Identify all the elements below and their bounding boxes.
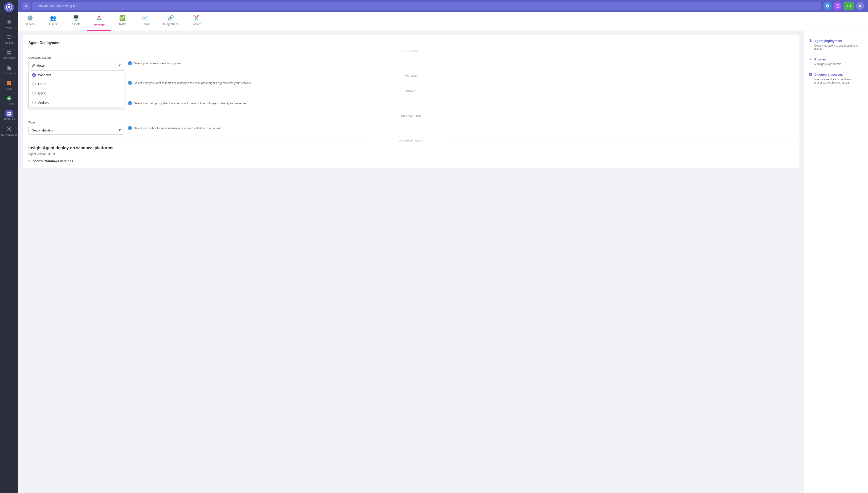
tab-assets[interactable]: 🖥️ Assets — [64, 12, 87, 30]
os-select[interactable]: Windows Linux OS X Android — [28, 61, 124, 70]
sidebar-item-settings[interactable]: SETTINGS — [0, 108, 18, 123]
settings-icon — [5, 110, 13, 117]
agent-deployment-card: Agent Deployment GENERAL Operating syste… — [23, 35, 800, 168]
rs-proxies[interactable]: Proxies Manage proxy servers — [809, 54, 864, 69]
rs-discovery-title: Discovery sources — [809, 72, 864, 77]
svg-point-13 — [7, 96, 11, 101]
osx-radio — [32, 91, 36, 95]
proxy-hint: i Select the main proxy that the agents … — [128, 101, 247, 105]
type-form-row: New installation ▼ i Select if it is abo… — [28, 126, 794, 135]
os-form-group: Operating system Windows Linux OS X Andr… — [28, 56, 794, 70]
sidebar-item-other[interactable]: OTHER CI — [0, 92, 18, 108]
tasks-tab-icon: ✅ — [119, 15, 125, 21]
svg-rect-9 — [7, 81, 9, 83]
tab-email[interactable]: 📧 Email — [134, 12, 157, 30]
os-label: Operating system — [28, 56, 794, 59]
documentation-content: Insight Agent deploy on windows platform… — [28, 146, 794, 163]
tab-network[interactable]: Network — [87, 12, 111, 30]
search-button[interactable] — [22, 2, 30, 10]
discovery-icon — [809, 72, 812, 77]
proxy-hint-text: Select the main proxy that the agents wi… — [134, 102, 247, 105]
sidebar-item-software[interactable]: SOFTWARE — [0, 47, 18, 62]
other-ci-icon — [5, 95, 13, 102]
sidebar-item-cmdb[interactable]: CMDB — [0, 77, 18, 92]
content-area: ⚙️ General 👥 Users 🖥️ Assets — [18, 12, 868, 493]
svg-rect-11 — [7, 83, 9, 85]
os-option-linux[interactable]: Linux — [28, 80, 124, 89]
doc-subtitle: Supported Windows versions — [28, 159, 794, 163]
sidebar-item-contracts[interactable]: CONTRACTS — [0, 62, 18, 77]
add-button[interactable]: + ▾ — [844, 2, 854, 9]
os-dropdown-menu: Windows Linux OS X — [28, 70, 124, 107]
add-label: ▾ — [849, 4, 851, 8]
android-radio — [32, 101, 36, 104]
proxy-separator: PROXY — [28, 89, 794, 92]
linux-radio — [32, 82, 36, 86]
rs-proxies-title: Proxies — [809, 57, 864, 62]
tab-tasks-label: Tasks — [119, 22, 126, 26]
nav-tabs: ⚙️ General 👥 Users 🖥️ Assets — [18, 12, 868, 31]
tab-general-label: General — [25, 22, 35, 26]
general-tab-icon: ⚙️ — [27, 15, 33, 21]
service-desk-icon — [5, 125, 13, 133]
method-form-group: i Select how you want to install or dist… — [28, 81, 794, 85]
android-label: Android — [38, 101, 49, 104]
sidebar-label-software: SOFTWARE — [3, 57, 16, 60]
help-button[interactable] — [833, 2, 842, 10]
tab-general[interactable]: ⚙️ General — [18, 12, 42, 30]
proxy-hint-icon: i — [128, 101, 132, 105]
rs-discovery-sources[interactable]: Discovery sources Integrate services or … — [809, 69, 864, 87]
os-option-osx[interactable]: OS X — [28, 89, 124, 98]
type-form-group: Type New installation ▼ i Select if it i… — [28, 121, 794, 135]
rs-proxies-desc: Manage proxy servers — [809, 63, 864, 66]
type-hint-text: Select if it is about a new installation… — [134, 126, 221, 130]
general-label: GENERAL — [404, 49, 418, 52]
type-select[interactable]: New installation — [28, 126, 124, 135]
tab-users[interactable]: 👥 Users — [42, 12, 64, 30]
rs-agent-deployment[interactable]: Agent deployment Deploy the agent to get… — [809, 35, 864, 54]
svg-point-16 — [836, 4, 839, 8]
svg-point-15 — [8, 128, 10, 130]
os-option-windows[interactable]: Windows — [28, 70, 124, 80]
user-menu-button[interactable] — [856, 2, 864, 10]
topbar: + ▾ — [18, 0, 868, 12]
osx-label: OS X — [38, 91, 46, 95]
sidebar-label-service-desk: SERVICE DESK — [1, 133, 18, 136]
svg-rect-12 — [9, 83, 11, 85]
tab-tasks[interactable]: ✅ Tasks — [111, 12, 134, 30]
type-label-el: Type — [28, 121, 794, 124]
sidebar-item-assets[interactable]: ASSETS — [0, 31, 18, 47]
method-form-row: i Select how you want to install or dist… — [28, 81, 794, 85]
contracts-icon — [5, 64, 13, 71]
method-hint-icon: i — [128, 81, 132, 85]
sidebar-label-assets: ASSETS — [4, 42, 14, 44]
notification-button[interactable] — [824, 2, 832, 10]
tab-system[interactable]: ✂️ System — [185, 12, 208, 30]
os-hint-text: Select your assets operating system — [134, 62, 182, 65]
sidebar-logo[interactable] — [4, 2, 14, 12]
sidebar-item-service-desk[interactable]: SERVICE DESK — [0, 123, 18, 138]
os-form-row: Windows Linux OS X Android ▼ — [28, 61, 794, 70]
rs-agent-desc: Deploy the agent to get data of your ass… — [809, 44, 864, 50]
svg-rect-2 — [7, 35, 11, 38]
users-tab-icon: 👥 — [50, 15, 56, 21]
documentation-label: DOCUMENTATION — [399, 139, 424, 142]
main-panel: Agent Deployment GENERAL Operating syste… — [18, 31, 804, 493]
installation-label: INSTALLATION — [401, 114, 421, 117]
windows-radio — [32, 73, 36, 77]
tab-users-label: Users — [49, 22, 57, 26]
sidebar-item-home[interactable]: HOME — [0, 16, 18, 31]
tab-network-label: Network — [94, 23, 105, 27]
search-input[interactable] — [33, 2, 821, 9]
section-title: Agent Deployment — [28, 41, 794, 45]
proxy-label: PROXY — [406, 89, 416, 92]
documentation-separator: DOCUMENTATION — [28, 139, 794, 142]
sidebar-label-cmdb: CMDB — [6, 88, 12, 90]
svg-rect-8 — [9, 53, 11, 54]
os-option-android[interactable]: Android — [28, 98, 124, 107]
software-icon — [5, 49, 13, 56]
type-select-wrap: New installation ▼ — [28, 126, 124, 135]
add-icon: + — [847, 4, 849, 8]
topbar-actions: + ▾ — [824, 2, 864, 10]
tab-integrations[interactable]: 🔗 Integrations — [157, 12, 185, 30]
